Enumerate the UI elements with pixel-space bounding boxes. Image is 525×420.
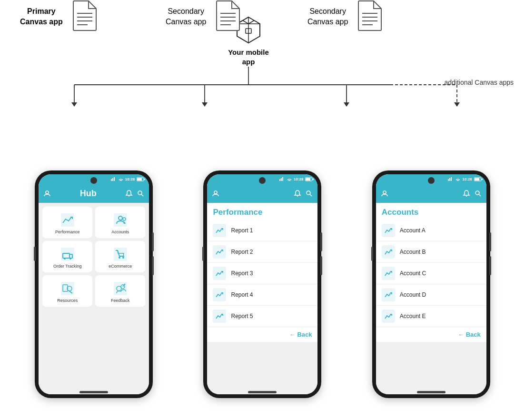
list-item[interactable]: Report 4 [207, 284, 317, 306]
svg-point-46 [64, 258, 66, 260]
accountC-icon [382, 267, 395, 280]
svg-rect-34 [144, 179, 145, 180]
list-item[interactable]: Report 3 [207, 263, 317, 284]
svg-rect-73 [475, 178, 479, 180]
list-item[interactable]: Report 2 [207, 241, 317, 263]
secondary2-doc: Secondary Canvas app [307, 0, 382, 33]
svg-point-75 [383, 191, 386, 194]
svg-point-77 [475, 191, 479, 195]
svg-point-67 [307, 191, 310, 195]
svg-rect-48 [114, 248, 127, 261]
phone1-header-icons [125, 190, 144, 197]
secondary1-doc: Secondary Canvas app [166, 0, 240, 33]
phone2-content: Performance Report 1 Report 2 [207, 203, 317, 394]
phone1-vol2 [152, 256, 154, 275]
phone2-header-icons [294, 190, 313, 197]
performance-back[interactable]: ← Back [207, 327, 317, 342]
phone3-header-icons [463, 190, 482, 197]
svg-line-68 [310, 194, 312, 196]
performance-screen: Performance Report 1 Report 2 [207, 203, 317, 342]
svg-line-38 [141, 194, 143, 196]
user-icon3 [381, 190, 388, 197]
svg-rect-30 [112, 178, 113, 181]
phone1-wrap: 10:28 Hub [35, 170, 153, 398]
user-icon [43, 190, 51, 197]
svg-rect-69 [448, 179, 449, 181]
primary-doc-icon [70, 0, 97, 33]
phone3-vol2 [489, 256, 491, 275]
phone2-screen: 10:28 Performance [207, 174, 317, 394]
hub-tile-resources-label: Resources [57, 298, 78, 303]
phone3-home [417, 391, 446, 393]
phone3-vol1 [489, 232, 491, 251]
phone1-home [79, 391, 108, 393]
accountE-icon [382, 310, 395, 323]
list-item[interactable]: Account C [376, 263, 486, 284]
accountB-icon [382, 245, 395, 259]
svg-line-14 [243, 20, 248, 24]
report1-label: Report 1 [231, 227, 253, 234]
list-item[interactable]: Account E [376, 306, 486, 327]
user-icon2 [212, 190, 219, 197]
report3-label: Report 3 [231, 270, 253, 277]
performance-title: Performance [207, 203, 317, 220]
search-icon3 [474, 190, 482, 197]
phone1-content: Performance Accounts Order Tracking [39, 203, 149, 394]
svg-rect-31 [114, 177, 115, 181]
svg-point-65 [214, 191, 217, 194]
svg-marker-8 [344, 102, 349, 107]
phone1-time: 10:28 [125, 177, 135, 181]
phone2-header [207, 184, 317, 203]
list-item[interactable]: Account D [376, 284, 486, 306]
phone1-title: Hub [80, 189, 97, 199]
secondary1-label: Secondary Canvas app [166, 6, 206, 27]
report4-icon [213, 288, 226, 301]
svg-point-50 [122, 257, 124, 259]
accountB-label: Account B [400, 249, 426, 255]
svg-rect-64 [313, 179, 314, 180]
phone2-home [248, 391, 277, 393]
phone3-content: Accounts Account A Account B [376, 203, 486, 394]
search-icon2 [305, 190, 313, 197]
report5-label: Report 5 [231, 313, 253, 320]
list-item[interactable]: Account B [376, 241, 486, 263]
secondary2-doc-icon [356, 0, 382, 33]
phone1-screen: 10:28 Hub [39, 174, 149, 394]
svg-rect-70 [449, 178, 450, 181]
report1-icon [213, 224, 226, 237]
phone2-camera [259, 177, 266, 184]
accountA-icon [382, 224, 395, 237]
phone1-power [34, 247, 36, 261]
secondary2-label: Secondary Canvas app [307, 6, 348, 27]
primary-doc: Primary Canvas app [20, 0, 97, 33]
performance-list: Report 1 Report 2 Report 3 [207, 220, 317, 327]
hub-tile-feedback[interactable]: Feedback [95, 275, 145, 307]
list-item[interactable]: Report 1 [207, 220, 317, 241]
report5-icon [213, 310, 226, 323]
report2-label: Report 2 [231, 249, 253, 255]
phone1-camera [90, 177, 97, 184]
hub-tile-accounts-label: Accounts [111, 230, 129, 234]
hub-tile-ecommerce[interactable]: eCommerce [95, 241, 145, 272]
hub-tile-resources[interactable]: Resources [42, 275, 92, 307]
hub-tile-accounts[interactable]: Accounts [95, 207, 145, 238]
phone2: 10:28 Performance [203, 170, 321, 398]
phone1-vol1 [152, 232, 154, 251]
accounts-back[interactable]: ← Back [376, 327, 486, 342]
list-item[interactable]: Report 5 [207, 306, 317, 327]
phone2-wrap: 10:28 Performance [203, 170, 321, 398]
svg-point-35 [46, 191, 49, 194]
svg-point-49 [119, 257, 120, 259]
list-item[interactable]: Account A [376, 220, 486, 241]
svg-rect-59 [279, 179, 280, 181]
hub-tile-order[interactable]: Order Tracking [42, 241, 92, 272]
svg-rect-29 [111, 179, 112, 181]
hub-tile-order-label: Order Tracking [53, 264, 82, 269]
hub-tile-performance[interactable]: Performance [42, 207, 92, 238]
report2-icon [213, 245, 226, 259]
phone1: 10:28 Hub [35, 170, 153, 398]
additional-label: additional Canvas apps [444, 78, 514, 88]
accountD-label: Account D [400, 291, 426, 298]
phones-row: 10:28 Hub [0, 170, 525, 398]
svg-point-37 [138, 191, 142, 195]
